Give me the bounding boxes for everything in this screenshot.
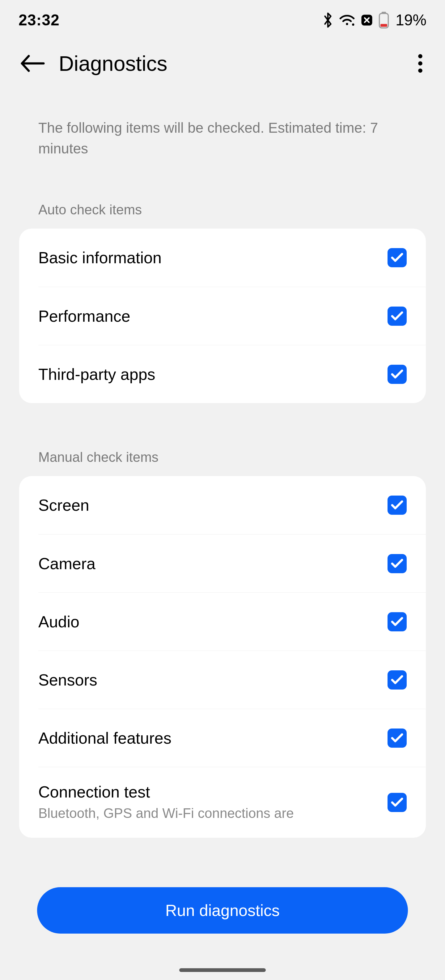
row-label: Additional features	[38, 729, 375, 748]
check-icon	[391, 558, 403, 569]
row-sub: Bluetooth, GPS and Wi-Fi connections are	[38, 804, 375, 822]
subtitle: The following items will be checked. Est…	[19, 102, 426, 168]
more-button[interactable]	[408, 51, 432, 76]
svg-point-6	[418, 61, 423, 65]
row-label: Camera	[38, 554, 375, 573]
data-off-icon	[360, 14, 373, 27]
page-title: Diagnostics	[59, 51, 408, 75]
row-label: Third-party apps	[38, 365, 375, 383]
status-bar: 23:32 19%	[0, 0, 445, 40]
check-icon	[391, 733, 403, 743]
run-diagnostics-button[interactable]: Run diagnostics	[37, 887, 408, 934]
checkbox[interactable]	[388, 365, 407, 384]
check-icon	[391, 617, 403, 627]
wifi-icon	[339, 13, 355, 27]
checkbox[interactable]	[388, 554, 407, 573]
section-auto-header: Auto check items	[19, 168, 426, 229]
bluetooth-icon	[322, 12, 334, 28]
row-connection-test[interactable]: Connection test Bluetooth, GPS and Wi-Fi…	[38, 767, 426, 837]
checkbox[interactable]	[388, 496, 407, 515]
svg-point-5	[418, 54, 423, 59]
svg-point-0	[352, 24, 354, 25]
row-label: Connection test	[38, 783, 375, 801]
row-audio[interactable]: Audio	[38, 592, 426, 651]
row-additional-features[interactable]: Additional features	[38, 709, 426, 767]
back-button[interactable]	[19, 49, 46, 77]
checkbox[interactable]	[388, 248, 407, 267]
checkbox[interactable]	[388, 670, 407, 689]
auto-check-card: Basic information Performance Third-part…	[19, 229, 426, 403]
checkbox[interactable]	[388, 612, 407, 632]
svg-point-7	[418, 68, 423, 73]
row-performance[interactable]: Performance	[38, 287, 426, 345]
status-time: 23:32	[19, 11, 60, 29]
row-basic-information[interactable]: Basic information	[19, 229, 426, 287]
checkbox[interactable]	[388, 793, 407, 812]
run-button-label: Run diagnostics	[165, 901, 280, 920]
row-label: Screen	[38, 496, 375, 514]
status-icons: 19%	[322, 11, 426, 29]
row-third-party-apps[interactable]: Third-party apps	[38, 345, 426, 403]
more-vert-icon	[418, 54, 423, 73]
row-label: Sensors	[38, 671, 375, 689]
check-icon	[391, 675, 403, 685]
checkbox[interactable]	[388, 307, 407, 326]
check-icon	[391, 797, 403, 808]
svg-rect-4	[380, 24, 387, 27]
battery-icon	[378, 12, 390, 29]
content[interactable]: The following items will be checked. Est…	[0, 102, 445, 980]
bottom-bar: Run diagnostics	[0, 877, 445, 980]
row-sensors[interactable]: Sensors	[38, 651, 426, 709]
battery-pct: 19%	[396, 11, 426, 29]
check-icon	[391, 369, 403, 380]
check-icon	[391, 253, 403, 263]
row-label: Audio	[38, 612, 375, 631]
arrow-left-icon	[20, 54, 45, 73]
manual-check-card: Screen Camera Audio Sensors Additional f…	[19, 476, 426, 837]
checkbox[interactable]	[388, 729, 407, 748]
row-camera[interactable]: Camera	[38, 534, 426, 592]
check-icon	[391, 500, 403, 511]
row-label: Basic information	[38, 248, 375, 267]
row-screen[interactable]: Screen	[19, 476, 426, 534]
app-bar: Diagnostics	[0, 40, 445, 102]
row-label: Performance	[38, 307, 375, 325]
check-icon	[391, 311, 403, 321]
nav-handle[interactable]	[179, 968, 266, 972]
section-manual-header: Manual check items	[19, 403, 426, 476]
